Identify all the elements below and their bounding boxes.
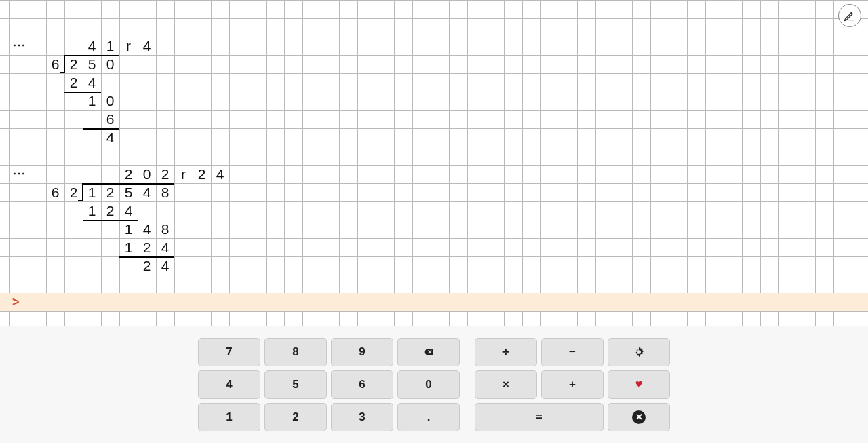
pencil-icon: [843, 9, 856, 22]
division-bracket: [64, 55, 65, 73]
key-settings[interactable]: [608, 338, 670, 366]
key-3[interactable]: 3: [331, 403, 393, 431]
digit-cell: 6: [46, 55, 64, 73]
key-clear[interactable]: ✕: [608, 403, 670, 431]
digit-cell: 2: [156, 165, 174, 183]
digit-cell: 5: [119, 183, 138, 201]
division-bracket-foot: [78, 200, 83, 201]
digit-cell: 4: [211, 165, 229, 183]
gear-icon: [633, 346, 645, 358]
problem-menu[interactable]: ⋯: [9, 37, 28, 55]
digit-cell: 4: [156, 238, 174, 256]
keypad: 789÷−4560×+♥123.=✕: [198, 338, 670, 431]
digit-cell: 4: [156, 256, 174, 275]
clear-icon: ✕: [632, 410, 646, 424]
digit-cell: 2: [101, 183, 119, 201]
digit-cell: 1: [83, 92, 101, 110]
key-0[interactable]: 0: [397, 370, 460, 399]
handwriting-toggle[interactable]: [838, 4, 861, 27]
digit-cell: 8: [156, 183, 174, 201]
key-decimal[interactable]: .: [397, 403, 460, 431]
digit-cell: r: [119, 37, 138, 55]
digit-cell: 2: [119, 165, 138, 183]
digit-cell: 4: [138, 220, 156, 238]
problem-menu[interactable]: ⋯: [9, 165, 28, 183]
prompt-caret: >: [12, 293, 20, 311]
key-7[interactable]: 7: [198, 338, 260, 366]
key-4[interactable]: 4: [198, 370, 260, 399]
digit-cell: 2: [138, 256, 156, 275]
key-favorite[interactable]: ♥: [608, 370, 670, 399]
digit-cell: 6: [101, 110, 119, 128]
digit-cell: 2: [101, 201, 119, 220]
digit-cell: 1: [101, 37, 119, 55]
digit-cell: 4: [119, 201, 138, 220]
input-row[interactable]: >: [0, 293, 868, 311]
keypad-area: 789÷−4560×+♥123.=✕: [0, 326, 868, 443]
digit-cell: 4: [101, 128, 119, 147]
division-rule: [83, 128, 119, 130]
digit-cell: 6: [46, 183, 64, 201]
digit-cell: 0: [138, 165, 156, 183]
key-9[interactable]: 9: [331, 338, 393, 366]
division-rule: [83, 183, 174, 185]
division-bracket-foot: [60, 72, 64, 73]
digit-cell: 0: [101, 55, 119, 73]
digit-cell: 1: [83, 201, 101, 220]
backspace-icon: [422, 346, 435, 358]
digit-cell: 8: [156, 220, 174, 238]
digit-cell: 4: [83, 37, 101, 55]
digit-cell: 2: [193, 165, 211, 183]
division-bracket: [82, 183, 83, 201]
key-minus[interactable]: −: [541, 338, 604, 366]
key-6[interactable]: 6: [331, 370, 393, 399]
digit-cell: 2: [64, 73, 83, 92]
heart-icon: ♥: [635, 377, 643, 391]
key-1[interactable]: 1: [198, 403, 260, 431]
worksheet-grid[interactable]: ⋯⋯41r46250241064202r24621254812414812424…: [0, 0, 868, 326]
digit-cell: 2: [64, 55, 83, 73]
division-rule: [83, 220, 138, 221]
division-rule: [119, 256, 174, 258]
key-plus[interactable]: +: [541, 370, 604, 399]
digit-cell: 4: [83, 73, 101, 92]
digit-cell: 2: [64, 183, 83, 201]
digit-cell: 4: [138, 183, 156, 201]
division-rule: [64, 55, 119, 56]
digit-cell: 2: [138, 238, 156, 256]
key-5[interactable]: 5: [264, 370, 327, 399]
key-divide[interactable]: ÷: [475, 338, 537, 366]
key-2[interactable]: 2: [264, 403, 327, 431]
key-backspace[interactable]: [397, 338, 460, 366]
digit-cell: 0: [101, 92, 119, 110]
key-multiply[interactable]: ×: [475, 370, 537, 399]
digit-cell: 1: [119, 220, 138, 238]
digit-cell: 5: [83, 55, 101, 73]
digit-cell: r: [174, 165, 193, 183]
digit-cell: 1: [83, 183, 101, 201]
digit-cell: 1: [119, 238, 138, 256]
division-rule: [64, 92, 101, 93]
key-equals[interactable]: =: [475, 403, 604, 431]
digit-cell: 4: [138, 37, 156, 55]
key-8[interactable]: 8: [264, 338, 327, 366]
